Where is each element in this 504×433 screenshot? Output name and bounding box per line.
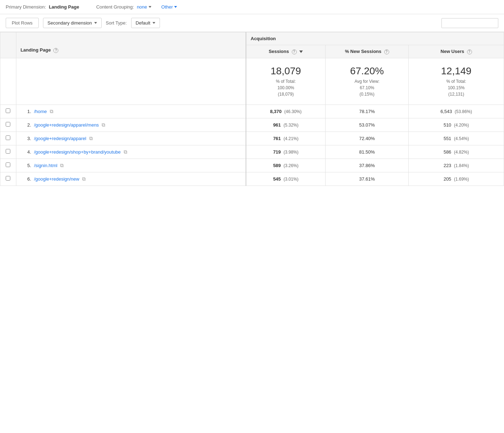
sessions-help-icon[interactable]: ? xyxy=(292,49,297,54)
row-landing-page-cell: 1./home⧉ xyxy=(16,105,246,118)
other-dropdown[interactable]: Other xyxy=(161,4,177,10)
row-new-users-cell: 551 (4.54%) xyxy=(409,132,504,145)
totals-row: 18,079 % of Total: 100.00% (18,079) 67.2… xyxy=(0,58,504,105)
row-new-users-cell: 586 (4.82%) xyxy=(409,145,504,159)
content-grouping-dropdown[interactable]: none xyxy=(137,4,151,10)
row-number: 5. xyxy=(21,163,31,168)
secondary-dimension-label: Secondary dimension xyxy=(48,20,92,26)
table-row: 6./google+redesign/new⧉545 (3.01%)37.61%… xyxy=(0,172,504,186)
sort-type-label: Sort Type: xyxy=(106,20,127,26)
row-checkbox[interactable] xyxy=(6,162,10,167)
row-number: 3. xyxy=(21,136,31,141)
row-landing-page-cell: 3./google+redesign/apparel⧉ xyxy=(16,132,246,145)
row-sessions-value: 545 xyxy=(273,176,281,182)
row-new-users-cell: 510 (4.20%) xyxy=(409,118,504,132)
row-number: 6. xyxy=(21,176,31,182)
row-new-users-pct: (1.69%) xyxy=(454,177,469,182)
row-new-users-value: 6,543 xyxy=(440,109,452,114)
landing-page-header: Landing Page ? xyxy=(16,32,246,58)
row-checkbox-cell xyxy=(0,172,16,186)
search-input[interactable] xyxy=(441,18,498,28)
content-grouping-chevron-icon xyxy=(149,6,151,8)
row-sessions-value: 8,370 xyxy=(270,109,282,114)
secondary-dimension-dropdown[interactable]: Secondary dimension xyxy=(43,18,102,28)
row-page-link[interactable]: /google+redesign/shop+by+brand/youtube xyxy=(34,149,121,155)
row-checkbox-cell xyxy=(0,118,16,132)
acquisition-header-row: Landing Page ? Acquisition xyxy=(0,32,504,45)
totals-label-cell xyxy=(16,58,246,105)
row-checkbox-cell xyxy=(0,132,16,145)
sessions-sort-icon[interactable] xyxy=(299,50,303,53)
other-label: Other xyxy=(161,4,173,10)
row-sessions-cell: 761 (4.21%) xyxy=(246,132,325,145)
totals-sessions-cell: 18,079 % of Total: 100.00% (18,079) xyxy=(246,58,325,105)
row-sessions-pct: (3.98%) xyxy=(284,150,299,155)
row-landing-page-cell: 6./google+redesign/new⧉ xyxy=(16,172,246,186)
toolbar: Plot Rows Secondary dimension Sort Type:… xyxy=(0,14,504,32)
primary-dimension-value: Landing Page xyxy=(49,4,79,10)
table-row: 5./signin.html⧉589 (3.26%)37.86%223 (1.8… xyxy=(0,159,504,172)
new-sessions-help-icon[interactable]: ? xyxy=(384,49,389,54)
copy-icon[interactable]: ⧉ xyxy=(60,162,64,169)
row-new-users-value: 510 xyxy=(444,122,451,128)
row-sessions-cell: 589 (3.26%) xyxy=(246,159,325,172)
copy-icon[interactable]: ⧉ xyxy=(82,176,86,182)
row-checkbox[interactable] xyxy=(6,149,10,154)
row-new-users-pct: (53.86%) xyxy=(455,109,472,114)
totals-new-users-value: 12,149 xyxy=(413,65,499,77)
row-number: 1. xyxy=(21,109,31,114)
row-page-link[interactable]: /google+redesign/apparel xyxy=(34,136,86,141)
copy-icon[interactable]: ⧉ xyxy=(102,122,105,128)
row-page-link[interactable]: /google+redesign/new xyxy=(34,176,80,182)
row-number: 2. xyxy=(21,122,31,128)
landing-page-help-icon[interactable]: ? xyxy=(53,48,58,53)
row-landing-page-cell: 4./google+redesign/shop+by+brand/youtube… xyxy=(16,145,246,159)
totals-checkbox-cell xyxy=(0,58,16,105)
row-sessions-pct: (46.30%) xyxy=(284,109,302,114)
new-users-header: New Users ? xyxy=(409,45,504,58)
sort-type-chevron-icon xyxy=(152,22,155,24)
row-page-link[interactable]: /signin.html xyxy=(34,163,58,168)
row-new-users-value: 223 xyxy=(444,163,451,168)
row-new-users-value: 205 xyxy=(444,176,451,182)
sort-type-dropdown[interactable]: Default xyxy=(131,18,160,28)
row-page-link[interactable]: /google+redesign/apparel/mens xyxy=(34,122,99,128)
row-new-sessions-cell: 78.17% xyxy=(325,105,408,118)
new-users-help-icon[interactable]: ? xyxy=(467,49,472,54)
copy-icon[interactable]: ⧉ xyxy=(50,108,53,114)
row-new-sessions-cell: 37.86% xyxy=(325,159,408,172)
row-new-users-cell: 223 (1.84%) xyxy=(409,159,504,172)
content-grouping-value: none xyxy=(137,4,147,10)
plot-rows-button[interactable]: Plot Rows xyxy=(6,18,39,28)
row-new-users-pct: (4.82%) xyxy=(454,150,469,155)
sort-type-value: Default xyxy=(136,20,150,26)
totals-sessions-value: 18,079 xyxy=(251,65,321,77)
data-table: Landing Page ? Acquisition Sessions ? % … xyxy=(0,32,504,186)
table-row: 3./google+redesign/apparel⧉761 (4.21%)72… xyxy=(0,132,504,145)
other-chevron-icon xyxy=(174,6,177,8)
row-new-sessions-cell: 53.07% xyxy=(325,118,408,132)
row-checkbox[interactable] xyxy=(6,122,10,127)
row-sessions-cell: 8,370 (46.30%) xyxy=(246,105,325,118)
row-landing-page-cell: 5./signin.html⧉ xyxy=(16,159,246,172)
row-checkbox[interactable] xyxy=(6,108,10,113)
new-sessions-header: % New Sessions ? xyxy=(325,45,408,58)
row-sessions-cell: 545 (3.01%) xyxy=(246,172,325,186)
row-new-users-value: 551 xyxy=(444,136,451,141)
table-row: 1./home⧉8,370 (46.30%)78.17%6,543 (53.86… xyxy=(0,105,504,118)
copy-icon[interactable]: ⧉ xyxy=(124,149,127,155)
row-checkbox[interactable] xyxy=(6,176,10,181)
row-new-users-value: 586 xyxy=(444,149,451,155)
copy-icon[interactable]: ⧉ xyxy=(89,135,93,141)
totals-new-users-sub: % of Total: 100.15% (12,131) xyxy=(413,78,499,97)
row-sessions-value: 589 xyxy=(273,163,281,168)
primary-dimension-label: Primary Dimension: xyxy=(6,4,46,10)
row-page-link[interactable]: /home xyxy=(34,109,47,114)
row-checkbox-cell xyxy=(0,159,16,172)
acquisition-group-header: Acquisition xyxy=(246,32,504,45)
row-new-sessions-cell: 37.61% xyxy=(325,172,408,186)
row-sessions-value: 961 xyxy=(273,122,281,128)
row-checkbox[interactable] xyxy=(6,135,10,140)
row-number: 4. xyxy=(21,149,31,155)
totals-sessions-sub: % of Total: 100.00% (18,079) xyxy=(251,78,321,97)
